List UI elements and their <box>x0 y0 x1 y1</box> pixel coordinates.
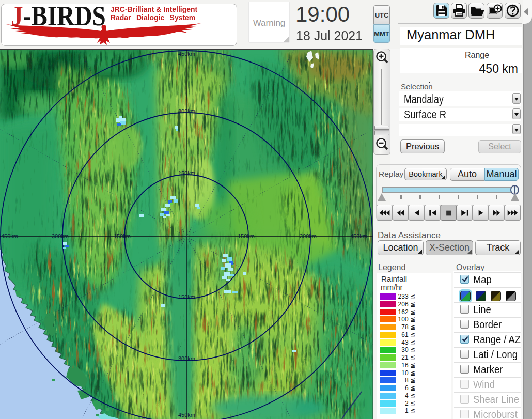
svg-text:450km: 450km <box>350 233 367 239</box>
svg-text:450km: 450km <box>1 233 18 239</box>
svg-text:150km: 150km <box>178 294 195 300</box>
svg-text:450km: 450km <box>178 412 195 418</box>
svg-text:300km: 300km <box>300 233 317 239</box>
svg-text:150km: 150km <box>238 233 255 239</box>
svg-text:300km: 300km <box>178 108 195 114</box>
svg-text:150km: 150km <box>114 233 131 239</box>
svg-text:300km: 300km <box>52 233 69 239</box>
svg-text:450km: 450km <box>178 51 195 57</box>
svg-text:300km: 300km <box>178 355 195 362</box>
svg-text:150km: 150km <box>178 170 195 176</box>
